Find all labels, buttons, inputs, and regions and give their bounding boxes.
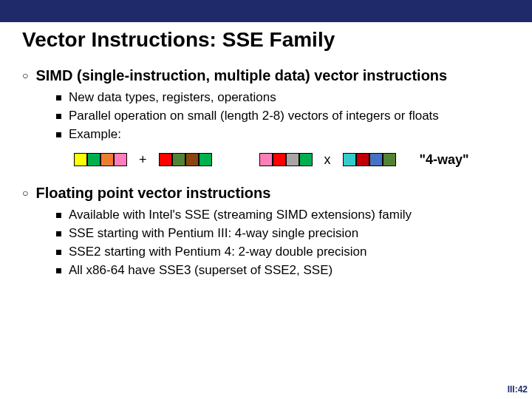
vector-cell [356,153,369,166]
square-bullet-icon [56,268,61,273]
list-item: Parallel operation on small (length 2-8)… [56,108,510,125]
slide-title: Vector Instructions: SSE Family [22,28,510,52]
title-bar [0,0,532,22]
vector-cell [299,153,313,166]
square-bullet-icon [56,114,61,119]
operator-times: x [324,152,331,168]
vector-cell [87,153,100,166]
vector-cell [74,153,87,166]
square-bullet-icon [56,132,61,137]
list-item-text: Available with Intel's SSE (streaming SI… [69,207,412,224]
list-item-text: SSE2 starting with Pentium 4: 2-way doub… [69,244,366,261]
vector-cell [343,153,356,166]
four-way-label: "4-way" [420,152,469,168]
list-item: New data types, registers, operations [56,89,510,106]
list-item: SSE2 starting with Pentium 4: 2-way doub… [56,244,510,261]
vector-b [159,153,212,166]
section-heading: ○ SIMD (single-instruction, multiple dat… [22,66,510,85]
vector-a [74,153,127,166]
list-item-text: Example: [69,126,121,143]
vector-example: + x "4-way" [74,152,510,168]
vector-cell [369,153,383,166]
vector-cell [199,153,212,166]
square-bullet-icon [56,250,61,255]
list-item-text: All x86-64 have SSE3 (superset of SSE2, … [69,262,332,279]
vector-c [259,153,313,166]
square-bullet-icon [56,231,61,236]
vector-cell [286,153,299,166]
vector-cell [114,153,127,166]
vector-cell [259,153,273,166]
circle-bullet-icon: ○ [22,69,28,81]
operator-plus: + [139,152,147,168]
vector-cell [273,153,286,166]
list-item: All x86-64 have SSE3 (superset of SSE2, … [56,262,510,279]
slide-number: III:42 [508,384,528,395]
vector-cell [159,153,172,166]
list-item-text: SSE starting with Pentium III: 4-way sin… [69,225,358,242]
square-bullet-icon [56,95,61,100]
square-bullet-icon [56,213,61,218]
vector-cell [172,153,185,166]
list-item-text: New data types, registers, operations [69,89,276,106]
vector-cell [100,153,114,166]
vector-cell [383,153,396,166]
list-item: Available with Intel's SSE (streaming SI… [56,207,510,224]
list-item: Example: [56,126,510,143]
section-heading: ○ Floating point vector instructions [22,184,510,202]
bullet-group: Available with Intel's SSE (streaming SI… [56,207,510,279]
vector-cell [185,153,199,166]
circle-bullet-icon: ○ [22,187,28,199]
bullet-group: New data types, registers, operations Pa… [56,89,510,143]
vector-d [343,153,396,166]
section-heading-text: SIMD (single-instruction, multiple data)… [35,66,447,85]
list-item-text: Parallel operation on small (length 2-8)… [69,108,439,125]
section-heading-text: Floating point vector instructions [35,184,270,202]
slide-content: Vector Instructions: SSE Family ○ SIMD (… [0,22,532,279]
list-item: SSE starting with Pentium III: 4-way sin… [56,225,510,242]
